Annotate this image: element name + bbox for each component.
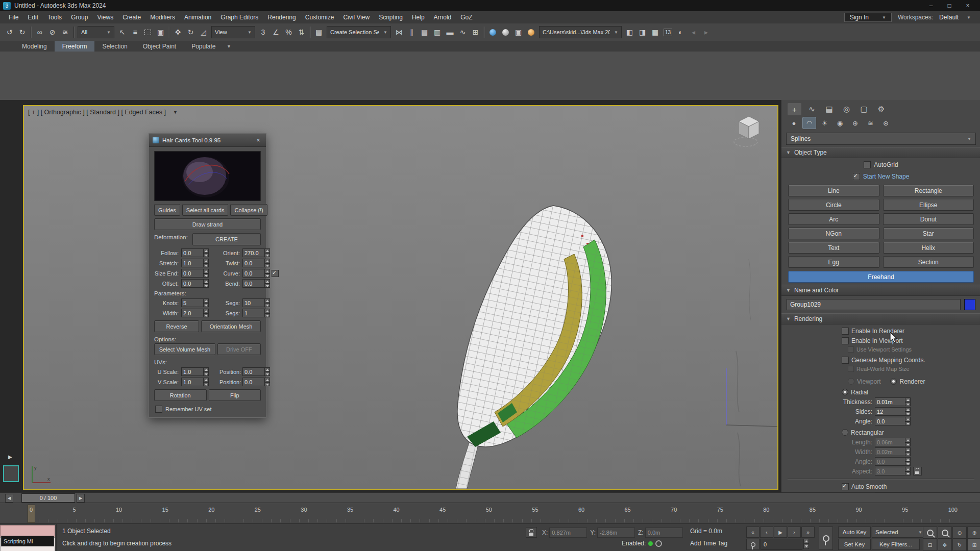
spinner-up-icon[interactable] xyxy=(264,259,270,263)
menu-item[interactable]: Graph Editors xyxy=(216,11,263,23)
render-setup-icon[interactable] xyxy=(499,26,512,39)
selection-set-key-dropdown[interactable]: Selected▼ xyxy=(872,527,926,538)
hierarchy-tab-icon[interactable]: ▤ xyxy=(822,103,836,115)
selection-region-icon[interactable] xyxy=(141,26,154,39)
spinner-up-icon[interactable] xyxy=(264,309,270,313)
pan-icon[interactable]: ✥ xyxy=(938,539,952,551)
workspace-dropdown[interactable]: Default▼ xyxy=(939,14,971,21)
spinner-down-icon[interactable] xyxy=(264,263,270,268)
geometry-category-icon[interactable]: ● xyxy=(788,117,800,129)
shapes-category-icon[interactable]: ◠ xyxy=(803,117,816,129)
spinner-down-icon[interactable] xyxy=(203,263,209,268)
menu-item[interactable]: Views xyxy=(92,11,118,23)
generate-mapping-coords-checkbox[interactable] xyxy=(842,357,849,364)
angle-snap-icon[interactable]: ∠ xyxy=(270,26,282,39)
menu-item[interactable]: Help xyxy=(407,11,429,23)
percent-snap-icon[interactable]: % xyxy=(282,26,295,39)
spinner-down-icon[interactable] xyxy=(203,273,209,278)
spinner-snap-icon[interactable]: ⇅ xyxy=(295,26,308,39)
mirror-icon[interactable]: ⋈ xyxy=(393,26,405,39)
flip-button[interactable]: Flip xyxy=(209,389,261,401)
menu-item[interactable]: Group xyxy=(66,11,92,23)
spinner-value[interactable]: 0.0 xyxy=(242,259,264,267)
minimize-button[interactable]: – xyxy=(922,0,940,11)
select-and-rotate-icon[interactable]: ↻ xyxy=(184,26,197,39)
spinner-down-icon[interactable] xyxy=(264,313,270,318)
menu-item[interactable]: Arnold xyxy=(429,11,456,23)
spinner-up-icon[interactable] xyxy=(203,378,209,382)
play-button[interactable]: ▶ xyxy=(774,527,787,538)
key-filters-button[interactable]: Key Filters... xyxy=(872,539,920,550)
undo-icon[interactable]: ↺ xyxy=(3,26,16,39)
spinner-up-icon[interactable] xyxy=(203,248,209,253)
spinner-value[interactable]: 0.0 xyxy=(181,279,203,288)
spinner-up-icon[interactable] xyxy=(905,417,911,421)
spinner-down-icon[interactable] xyxy=(905,421,911,426)
object-name-field[interactable]: Group1029 xyxy=(787,299,961,310)
badge-13[interactable]: 13 xyxy=(662,26,674,39)
spinner-down-icon[interactable] xyxy=(905,402,911,407)
curve-editor-icon[interactable]: ∿ xyxy=(456,26,469,39)
auto-smooth-checkbox[interactable] xyxy=(842,483,849,490)
project-folder-dropdown[interactable]: C:\Users\skid...\3ds Max 2024▼ xyxy=(539,26,622,38)
spinner-up-icon[interactable] xyxy=(203,367,209,372)
display-tab-icon[interactable]: ▢ xyxy=(857,103,871,115)
viewcube[interactable] xyxy=(733,113,765,149)
object-type-button[interactable]: Line xyxy=(788,185,879,196)
draw-strand-button[interactable]: Draw strand xyxy=(154,218,261,230)
redo-icon[interactable]: ↻ xyxy=(16,26,29,39)
spinner-down-icon[interactable] xyxy=(264,273,270,278)
spinner-value[interactable]: 0.0 xyxy=(181,269,203,278)
name-and-color-rollout-header[interactable]: ▼Name and Color xyxy=(781,285,980,296)
object-type-rollout-header[interactable]: ▼Object Type xyxy=(781,147,980,158)
menu-item[interactable]: Create xyxy=(118,11,145,23)
ribbon-tab[interactable]: Populate xyxy=(184,41,223,52)
spinner-up-icon[interactable] xyxy=(203,279,209,284)
key-mode-toggle[interactable] xyxy=(746,539,760,550)
object-type-button[interactable]: Arc xyxy=(788,213,879,225)
rendered-frame-window-icon[interactable]: ▣ xyxy=(512,26,525,39)
ribbon-toggle-icon[interactable]: ▬ xyxy=(444,26,456,39)
freehand-button[interactable]: Freehand xyxy=(788,271,974,283)
aspect-lock-icon[interactable] xyxy=(913,467,922,475)
menu-item[interactable]: Civil View xyxy=(338,11,374,23)
workspace-window2-icon[interactable]: ◨ xyxy=(636,26,649,39)
align-icon[interactable]: ∥ xyxy=(405,26,418,39)
ribbon-tab[interactable]: Modeling xyxy=(14,41,55,52)
renderer-radio[interactable] xyxy=(890,378,897,385)
snaps-toggle-icon[interactable]: 3 xyxy=(257,26,270,39)
select-and-move-icon[interactable]: ✥ xyxy=(172,26,184,39)
lights-category-icon[interactable]: ☀ xyxy=(818,117,831,129)
object-type-button[interactable]: Ellipse xyxy=(883,199,974,211)
utilities-tab-icon[interactable]: ⚙ xyxy=(874,103,888,115)
spinner-value[interactable]: 1.0 xyxy=(181,259,203,267)
zoom-icon[interactable] xyxy=(923,527,937,539)
spinner-up-icon[interactable] xyxy=(905,407,911,412)
menu-item[interactable]: Scripting xyxy=(374,11,407,23)
previous-key-icon[interactable]: ◀ xyxy=(5,494,13,503)
prev-arrow-icon[interactable]: ◂ xyxy=(687,26,700,39)
object-type-button[interactable]: Section xyxy=(883,256,974,268)
object-type-button[interactable]: Donut xyxy=(883,213,974,225)
select-by-name-icon[interactable]: ≡ xyxy=(129,26,141,39)
spinner-value[interactable]: 0.0 xyxy=(181,248,203,257)
window-crossing-icon[interactable]: ▣ xyxy=(154,26,167,39)
ribbon-tab[interactable]: Freeform xyxy=(55,41,95,52)
spinner-up-icon[interactable] xyxy=(203,259,209,263)
object-type-button[interactable]: Text xyxy=(788,242,879,254)
viewport-layout-tab[interactable] xyxy=(3,465,19,482)
dialog-button[interactable]: Select all cards xyxy=(182,204,229,216)
systems-category-icon[interactable]: ⊛ xyxy=(879,117,892,129)
motion-tab-icon[interactable]: ◎ xyxy=(840,103,853,115)
current-frame-field[interactable]: 0 xyxy=(761,539,802,550)
spinner-value[interactable]: 12 xyxy=(875,407,905,416)
spinner-value[interactable]: 270.0 xyxy=(242,248,264,257)
spinner-value[interactable]: 0.0 xyxy=(242,269,264,278)
cameras-category-icon[interactable]: ◉ xyxy=(834,117,846,129)
spinner-value[interactable]: 0.0 xyxy=(242,378,264,386)
spinner-down-icon[interactable] xyxy=(203,382,209,387)
spinner-value[interactable]: 1.0 xyxy=(181,367,203,376)
render-production-icon[interactable] xyxy=(525,26,537,39)
layer-explorer-icon[interactable]: ▥ xyxy=(431,26,444,39)
select-object-icon[interactable]: ↖ xyxy=(116,26,129,39)
